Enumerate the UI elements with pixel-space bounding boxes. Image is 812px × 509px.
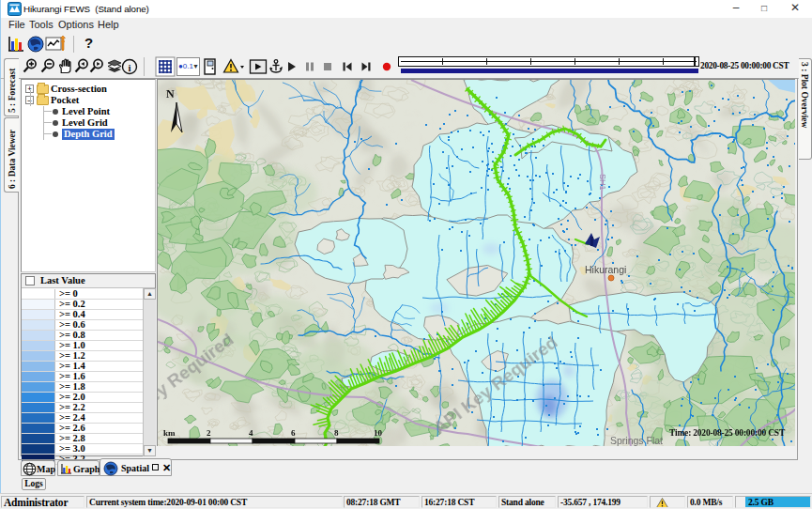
svg-text:km: km [163, 428, 176, 438]
svg-text:6: 6 [291, 428, 296, 438]
svg-text:i: i [128, 62, 130, 73]
svg-text:Springs Flat: Springs Flat [610, 435, 663, 446]
svg-text:Time: 2020-08-25 00:00:00 CST: Time: 2020-08-25 00:00:00 CST [669, 428, 786, 438]
svg-text:Hikurangi: Hikurangi [585, 264, 626, 275]
svg-text:2: 2 [207, 428, 211, 438]
svg-text:10: 10 [374, 428, 383, 438]
svg-text:4: 4 [249, 428, 253, 438]
svg-text:8: 8 [334, 428, 339, 438]
svg-text:N: N [166, 87, 175, 100]
svg-text:SH1: SH1 [598, 174, 607, 191]
